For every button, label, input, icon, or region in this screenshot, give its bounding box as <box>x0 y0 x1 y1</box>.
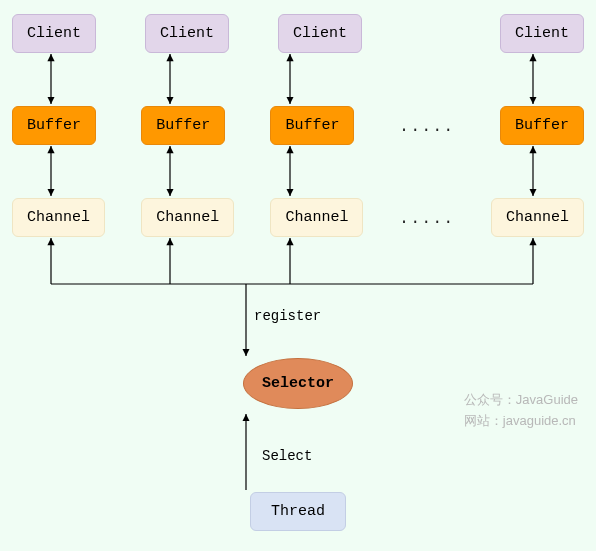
thread-box: Thread <box>250 492 346 531</box>
channel-box: Channel <box>491 198 584 237</box>
channel-box: Channel <box>12 198 105 237</box>
buffer-box: Buffer <box>12 106 96 145</box>
watermark-value: javaguide.cn <box>503 413 576 428</box>
client-box: Client <box>12 14 96 53</box>
watermark-label: 网站： <box>464 413 503 428</box>
channel-box: Channel <box>141 198 234 237</box>
ellipsis: ..... <box>400 117 455 135</box>
watermark: 公众号：JavaGuide 网站：javaguide.cn <box>464 390 578 432</box>
watermark-label: 公众号： <box>464 392 516 407</box>
select-label: Select <box>262 448 312 464</box>
diagram-arrows <box>0 0 596 551</box>
channel-box: Channel <box>270 198 363 237</box>
selector-node: Selector <box>243 358 353 409</box>
ellipsis: ..... <box>400 209 455 227</box>
watermark-value: JavaGuide <box>516 392 578 407</box>
client-box: Client <box>145 14 229 53</box>
buffer-box: Buffer <box>270 106 354 145</box>
register-label: register <box>254 308 321 324</box>
buffer-box: Buffer <box>141 106 225 145</box>
client-box: Client <box>500 14 584 53</box>
client-box: Client <box>278 14 362 53</box>
buffer-box: Buffer <box>500 106 584 145</box>
